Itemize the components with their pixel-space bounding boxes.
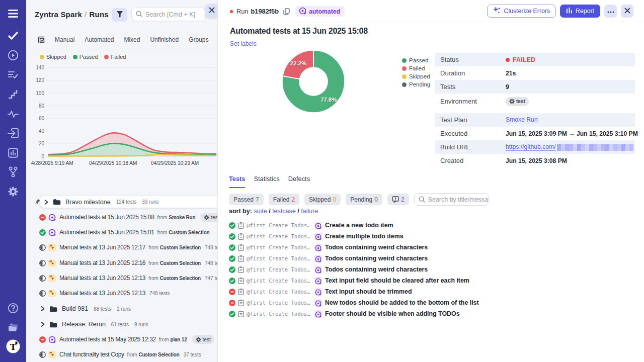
set-labels-link[interactable]: Set labels [230,40,257,48]
avatar-flag [16,342,18,344]
run-row[interactable]: Manual tests at 13 Jun 2025 12:13748 tes… [26,286,218,301]
tests-search[interactable] [414,193,489,206]
filter-chip-comments[interactable]: 2 [387,194,409,205]
sidebar-exit-box-icon[interactable] [8,128,19,138]
filter-chip-passed[interactable]: Passed7 [229,194,264,205]
filter-chip-failed[interactable]: Failed2 [269,194,299,205]
test-row[interactable]: @first Create Todos…Text input field sho… [229,275,631,286]
donut-legend-item[interactable]: Failed [402,64,430,72]
stat-row-created: CreatedJun 15, 2025 3:08 PM [435,154,635,167]
panel-search[interactable] [131,8,206,21]
sort-link-testcase[interactable]: testcase [272,208,296,215]
clipboard-icon [238,277,244,284]
expand-folder-chevron[interactable] [41,306,45,311]
pinned-folder-row[interactable]: Bravo milestone124 tests33 runs [40,196,218,208]
automated-badge-label: automated [309,8,340,15]
run-from: from Custom Selection [148,260,201,266]
report-button[interactable]: Report [560,5,600,18]
results-donut-chart: 77.8%22.2% [278,46,349,117]
y-tick-label: 60 [39,116,45,121]
sidebar-folders-icon[interactable] [8,323,19,332]
run-row[interactable]: Manual tests at 13 Jun 2025 12:13from Cu… [26,270,218,286]
chip-label: Passed [233,196,254,203]
sidebar-gear-icon[interactable] [8,187,18,197]
test-row[interactable]: @first Create Todos…Create a new todo it… [229,220,631,231]
donut-legend-item[interactable]: Skipped [402,72,430,80]
runs-tab-mixed[interactable]: Mixed [124,36,140,43]
runs-panel: Zyntra Spark/Runs ManualAutomatedMixedUn… [26,0,218,362]
clusterize-errors-button[interactable]: Clusterize Errors [487,5,556,18]
test-row[interactable]: @first Create Todos…Footer should be vis… [229,308,631,319]
test-row[interactable]: @first Create Todos…Todos containing wei… [229,242,631,253]
breadcrumb-project[interactable]: Zyntra Spark [35,10,82,19]
run-row[interactable]: Automated tests at 15 Jun 2025 15:01from… [26,225,218,240]
topbar-actions: Clusterize Errors Report [487,5,633,18]
copy-run-id-button[interactable] [283,8,290,15]
sidebar-pulse-icon[interactable] [8,110,19,118]
sidebar-play-circle-icon[interactable] [8,50,19,61]
select-all-icon[interactable] [38,36,45,43]
sidebar-help-circle-icon[interactable] [8,303,19,314]
x-tick-label: 04/29/2025 10:18 AM [89,160,137,166]
sidebar-git-branch-icon[interactable] [9,166,18,177]
test-row[interactable]: @first Create Todos…Text input should be… [229,286,631,297]
semi-status-icon [39,290,46,297]
passed-status-icon [229,255,235,262]
collapse-panel-icon[interactable] [209,17,218,20]
run-row[interactable]: Manual tests at 13 Jun 2025 12:17from Cu… [26,240,218,255]
run-row[interactable]: Chat functinality test Copyfrom Custom S… [26,347,218,362]
filter-chip-skipped[interactable]: Skipped0 [304,194,341,205]
passed-status-icon [229,244,235,251]
sidebar-list-check-icon[interactable] [8,70,19,79]
stat-label: Environment [435,98,506,105]
build-url-link[interactable]: https://github.com/ [506,143,556,151]
folder-row[interactable]: Build 98188 tests2 runs [26,301,218,316]
test-title: Create a new todo item [325,222,393,229]
donut-legend-item[interactable]: Passed [402,56,430,64]
trend-legend-item[interactable]: Skipped [40,54,66,60]
run-row[interactable]: Automated tests at 15 Jun 2025 15:08from… [26,210,218,225]
runs-tab-manual[interactable]: Manual [55,36,74,43]
run-row[interactable]: Manual tests at 13 Jun 2025 12:16from Cu… [26,255,218,270]
panel-search-input[interactable] [145,11,201,18]
run-from: from Custom Selection [148,276,201,281]
sidebar-check-icon[interactable] [8,32,18,40]
run-title: Chat functinality test Copy [59,351,124,358]
environment-name: test [211,215,218,220]
runs-tab-unfinished[interactable]: Unfinished [150,36,179,43]
more-actions-button[interactable] [604,5,617,18]
filter-chip-pending[interactable]: Pending0 [346,194,382,205]
detail-tab-tests[interactable]: Tests [229,175,245,188]
trend-legend-item[interactable]: Failed [104,54,126,60]
sidebar-steps-icon[interactable] [8,90,18,99]
test-row[interactable]: @first Create Todos…Todos containing wei… [229,264,631,275]
sidebar-bar-chart-box-icon[interactable] [8,148,18,158]
sort-link-suite[interactable]: suite [254,208,267,215]
runs-tab-automated[interactable]: Automated [85,36,114,43]
user-avatar[interactable]: T [7,340,20,353]
close-run-button[interactable] [621,5,633,18]
sort-link-failure[interactable]: failure [301,208,318,215]
clipboard-icon [238,288,244,295]
trend-legend-item[interactable]: Passed [73,54,98,60]
donut-legend-item[interactable]: Pending [402,80,430,88]
expand-folder-chevron[interactable] [44,200,48,205]
sidebar-menu-icon[interactable] [8,9,19,18]
filter-button[interactable] [112,8,127,22]
test-plan-link[interactable]: Smoke Run [506,116,538,124]
run-row[interactable]: Automated tests at 15 May 2025 12:32from… [26,332,218,347]
runs-tab-groups[interactable]: Groups [189,36,208,43]
y-tick-label: 0 [41,154,44,159]
test-title: Todos containing weird characters [325,266,428,273]
folder-tests-count: 124 tests [116,199,137,205]
detail-tab-defects[interactable]: Defects [288,175,310,188]
tests-search-input[interactable] [428,196,489,203]
detail-tab-statistics[interactable]: Statistics [254,175,279,188]
expand-folder-chevron[interactable] [41,322,45,327]
test-row[interactable]: @first Create Todos…Create multiple todo… [229,231,631,242]
panel-close-button[interactable] [205,4,218,17]
gear-icon [509,99,515,104]
test-row[interactable]: @first Create Todos…Todos containing wei… [229,253,631,264]
test-row[interactable]: @first Create Todos…New todos should be … [229,297,631,308]
folder-row[interactable]: Release: Rerun61 tests9 runs [26,317,218,332]
